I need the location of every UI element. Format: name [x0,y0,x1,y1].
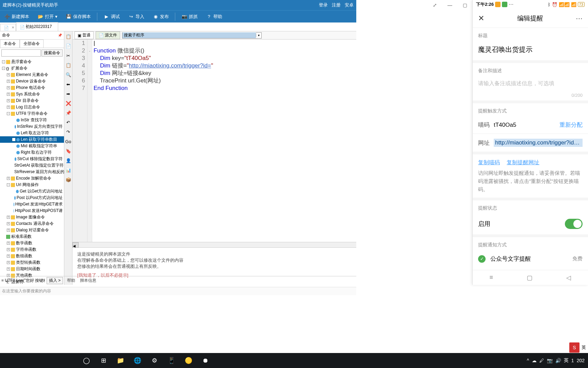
grab-button[interactable]: 📷抓抓 [179,12,200,21]
toolstrip-button-5[interactable]: ⬅ [65,81,71,87]
toolstrip-button-4[interactable]: 🔍 [65,72,71,78]
reassign-button[interactable]: 重新分配 [559,121,583,129]
tree-node[interactable]: Post 以Post方式访问地址 [0,195,64,201]
taskbar-app-6[interactable]: 🟡 [181,353,196,368]
expand-icon[interactable] [12,209,13,212]
expand-icon[interactable]: + [7,255,10,258]
procedure-combo[interactable]: 搜索子程序 ▾ [122,32,262,39]
tree-node[interactable]: +Image 图像命令 [0,214,64,220]
tree-node[interactable]: StrCut 移除指定数目字符 [0,156,64,162]
tree-node[interactable]: +数组函数 [0,253,64,259]
expand-icon[interactable] [12,125,14,128]
more-menu-button[interactable]: ⋯ [576,14,583,22]
tree-node[interactable]: 标准库函数 [0,233,64,240]
taskbar-app-5[interactable]: 📱 [164,353,179,368]
expand-icon[interactable] [12,157,14,160]
notif-wechat-row[interactable]: ✓ 公众号文字提醒 免费 [473,250,588,267]
tree-node[interactable]: StrGetAt 获取指定位置字符 [0,162,64,169]
tree-node[interactable]: +Dir 目录命令 [0,97,64,104]
close-button[interactable]: ✕ [478,14,484,23]
pin-window-button[interactable]: ⤢ [428,0,442,10]
toolstrip-button-0[interactable]: 📋 [65,33,71,40]
expand-icon[interactable]: + [7,216,10,219]
expand-icon[interactable]: + [7,229,10,232]
expand-icon[interactable] [12,190,15,193]
tree-node[interactable]: Len 获取字符串数目 [0,136,64,143]
tray-item-4[interactable]: 🔊 [555,358,561,363]
tree-node[interactable]: +日期时间函数 [0,266,64,272]
android-link[interactable]: 安卓 [345,2,354,8]
insert-button[interactable]: 插入 > [47,277,63,284]
back-button[interactable]: ◁ [566,274,571,281]
expand-icon[interactable]: + [7,99,10,102]
ime-icon[interactable]: S [569,342,579,353]
tree-node[interactable]: +Dialog 对话窗命令 [0,227,64,233]
toolstrip-button-1[interactable]: 📄 [65,43,71,49]
copy-code-link[interactable]: 复制喵码 [478,159,500,166]
toolstrip-button-8[interactable]: 📌 [65,110,71,116]
command-tree[interactable]: -悬浮窗命令-{}扩展命令+Element 元素命令+Device 设备命令+P… [0,58,64,285]
tray-item-5[interactable]: 英 [564,357,569,364]
taskbar-app-2[interactable]: 📁 [113,353,128,368]
toolstrip-button-3[interactable]: 📋 [65,62,71,68]
taskbar-app-3[interactable]: 🌐 [130,353,145,368]
toolstrip-button-13[interactable]: 👤 [65,157,71,164]
home-button[interactable]: ▢ [527,274,533,281]
tray-item-7[interactable]: 202 [577,358,585,363]
expand-icon[interactable]: - [2,67,5,70]
url-value[interactable]: http://miaotixing.com/trigger?id=tT40 [494,139,583,147]
chevron-down-icon[interactable]: ▾ [256,33,261,37]
import-button[interactable]: ↪导入 [126,12,146,21]
tray-item-3[interactable]: 📷 [547,358,553,363]
command-search-button[interactable]: 搜索命令 [42,49,63,57]
tree-node[interactable]: +字符串函数 [0,246,64,253]
tree-node[interactable]: Mid 截取指定字符串 [0,143,64,149]
expand-icon[interactable]: + [7,93,10,96]
open-button[interactable]: 📂打开▾ [35,12,60,21]
tab-2[interactable]: 📄 初始20220317 [16,22,58,31]
menu-button[interactable]: ≡ [490,274,493,281]
expand-icon[interactable] [12,203,13,206]
phone-body[interactable]: 标题 魔灵召唤出货提示 备注和描述 请输入备注或描述信息，可选填 0/200 提… [473,28,588,270]
expand-icon[interactable]: - [7,112,10,115]
new-script-button[interactable]: ➕新建脚本 [2,12,31,21]
tree-node[interactable]: +Device 设备命令 [0,78,64,85]
expand-icon[interactable]: - [7,183,10,186]
taskbar-app-4[interactable]: ⚙ [147,353,162,368]
expand-icon[interactable]: + [7,86,10,89]
tree-node[interactable]: -{}扩展命令 [0,65,64,72]
description-input[interactable]: 请输入备注或描述信息，可选填 0/200 [473,76,588,103]
tree-node[interactable]: Left 取左边字符 [0,130,64,136]
help-button[interactable]: ?帮助 [204,12,224,21]
expand-icon[interactable]: + [7,106,10,109]
tray-item-2[interactable]: 🖊 [539,358,544,363]
toolstrip-button-15[interactable]: 📦 [65,177,71,183]
save-button[interactable]: 💾保存脚本 [64,12,93,21]
toolstrip-button-7[interactable]: ❌ [65,100,71,106]
pin-icon[interactable]: 📌 [58,33,62,37]
tray-item-1[interactable]: ☁ [532,358,537,363]
expand-icon[interactable] [12,138,15,141]
ime-lang[interactable]: 英 [579,344,588,351]
tree-node[interactable]: HttpPost 发送HttpPOST请 [0,208,64,214]
login-link[interactable]: 登录 [319,2,328,8]
code-lines[interactable]: |Function 微信提示() Dim key="tT40Oa5" Dim 链… [92,40,356,242]
enable-toggle[interactable] [565,219,583,229]
tree-node[interactable]: Get 以Get方式访问地址 [0,188,64,195]
tree-node[interactable]: InStrRev 反方向查找字符 [0,123,64,130]
scroll-left-button[interactable]: ◂ [72,242,79,248]
debug-button[interactable]: ▶调试 [101,12,122,21]
expand-icon[interactable]: + [7,177,10,180]
toolstrip-button-10[interactable]: ↷ [65,129,71,135]
panel-tab-all[interactable]: 全部命令 [20,40,44,48]
tree-node[interactable]: -悬浮窗命令 [0,59,64,65]
taskbar-app-1[interactable]: ⊞ [96,353,111,368]
tree-node[interactable]: +Log 日志命令 [0,104,64,110]
source-view-button[interactable]: 📄源文件 [96,31,120,39]
toolstrip-button-9[interactable]: ↶ [65,119,71,125]
expand-icon[interactable]: + [7,73,10,76]
tree-node[interactable]: +Phone 电话命令 [0,85,64,91]
tray-item-0[interactable]: ^ [527,358,529,363]
expand-icon[interactable] [12,132,15,135]
tree-node[interactable]: StrReverse 返回方向相反的 [0,169,64,175]
